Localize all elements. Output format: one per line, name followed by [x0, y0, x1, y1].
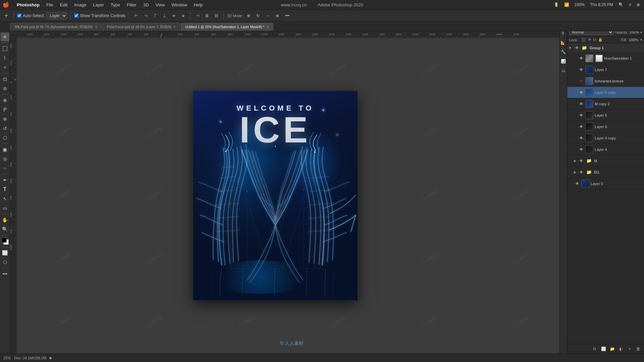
adjustment-layer-btn[interactable]: ◐ — [617, 345, 625, 353]
layer-4[interactable]: 👁 Layer 4 — [567, 144, 644, 155]
menu-window[interactable]: Window — [168, 2, 191, 8]
menu-layer[interactable]: Layer — [90, 2, 107, 8]
menu-help[interactable]: Help — [191, 2, 206, 8]
tool-eraser[interactable]: ⬡ — [1, 133, 9, 142]
align-center-h-btn[interactable]: ⊣ — [142, 13, 149, 19]
transform-controls-checkbox[interactable] — [74, 13, 78, 18]
layer-5-eye[interactable]: 👁 — [579, 113, 584, 118]
panel-icon-7[interactable]: 🗂 — [560, 67, 567, 74]
tool-screen-mode[interactable]: ⬡ — [1, 258, 9, 266]
search-icon[interactable]: 🔍 — [619, 2, 624, 7]
tab-1-close[interactable]: ✕ — [173, 25, 176, 29]
distribute-center-btn[interactable]: ⊞ — [203, 13, 211, 19]
move-tool-btn[interactable]: ✛ — [3, 13, 10, 19]
control-center-icon[interactable]: ≡ — [629, 2, 631, 7]
align-left-btn[interactable]: ⊢ — [132, 13, 140, 19]
add-fx-btn[interactable]: fx — [591, 345, 598, 353]
foreground-color[interactable] — [1, 237, 9, 245]
group-1-eye[interactable]: 👁 — [575, 46, 579, 50]
tool-eyedropper[interactable]: ⊘ — [1, 84, 9, 93]
status-arrow[interactable]: ▶ — [50, 356, 52, 360]
layer-5c-eye[interactable]: 👁 — [579, 90, 584, 95]
layer-hs-eye[interactable]: 👁 — [579, 56, 584, 61]
lock-position-btn[interactable]: ✛ — [588, 38, 591, 42]
layer-m-copy-2[interactable]: 👁 M copy 2 — [567, 98, 644, 110]
layer-6[interactable]: 👁 Layer 6 — [567, 121, 644, 132]
layer-mc2-eye[interactable]: 👁 — [579, 101, 584, 107]
align-top-btn[interactable]: ⊥ — [161, 13, 168, 19]
menu-file[interactable]: File — [43, 2, 57, 8]
lock-artboard-btn[interactable]: ⊡ — [593, 38, 596, 42]
lock-all-btn[interactable]: 🔒 — [598, 38, 603, 42]
layer-hue-saturation[interactable]: 👁 Hue/Saturation 1 — [567, 53, 644, 64]
tool-clone[interactable]: ⊛ — [1, 115, 9, 123]
3d-pan-btn[interactable]: ↔ — [264, 13, 272, 19]
tab-0-close[interactable]: ✕ — [95, 25, 98, 29]
auto-select-checkbox[interactable] — [17, 13, 21, 18]
3d-zoom-btn[interactable]: ⊕ — [274, 13, 281, 19]
layer-bh-eye[interactable]: 👁 — [579, 78, 584, 84]
tool-gradient[interactable]: ▣ — [1, 145, 9, 154]
menu-3d[interactable]: 3D — [140, 2, 152, 8]
layer-0-eye[interactable]: 👁 — [575, 181, 580, 186]
panel-icon-6[interactable]: 📊 — [560, 58, 567, 65]
menu-type[interactable]: Type — [107, 2, 123, 8]
3d-orbit-btn[interactable]: ⊗ — [245, 13, 252, 19]
distribute-left-btn[interactable]: ⊣ — [194, 13, 201, 19]
layer-0[interactable]: 👁 Layer 0 — [567, 178, 644, 189]
menu-edit[interactable]: Edit — [57, 2, 71, 8]
layer-4-eye[interactable]: 👁 — [579, 147, 584, 152]
tool-move[interactable]: ✛ — [1, 33, 9, 41]
tab-0[interactable]: 30k-Pack.psd @ 66.7% (byhearted-texture,… — [10, 23, 102, 31]
add-mask-btn[interactable]: ⬜ — [600, 345, 607, 353]
tab-1[interactable]: Field-Force.psd @ 28.5% (Layer 7, RGB/8)… — [103, 23, 180, 31]
tool-magic-wand[interactable]: ✧ — [1, 63, 9, 72]
notification-icon[interactable]: ≣ — [637, 2, 640, 7]
layer-4c-eye[interactable]: 👁 — [579, 135, 584, 141]
tool-dodge[interactable]: ○ — [1, 164, 9, 173]
fill-chevron[interactable]: ▾ — [640, 38, 642, 42]
tool-zoom[interactable]: 🔍 — [1, 225, 9, 234]
tool-hand[interactable]: ✋ — [1, 216, 9, 224]
apple-menu[interactable]: 🍎 — [3, 2, 9, 8]
group-1-header[interactable]: ▼ 👁 📁 Group 1 — [567, 43, 644, 53]
panel-icon-5[interactable]: 🔧 — [560, 49, 567, 55]
new-group-btn[interactable]: 📁 — [608, 345, 616, 353]
layer-bg-eye[interactable]: 👁 — [579, 170, 584, 175]
tool-extras[interactable]: ••• — [1, 269, 9, 278]
align-right-btn[interactable]: ⊤ — [151, 13, 159, 19]
layer-5-copy[interactable]: 👁 Layer 5 copy — [567, 87, 644, 98]
delete-layer-btn[interactable]: 🗑 — [635, 345, 642, 353]
layer-byhearted[interactable]: 👁 byhearted-texture — [567, 75, 644, 87]
tool-quick-mask[interactable]: ⬜ — [1, 248, 9, 257]
tool-path-selection[interactable]: ↖ — [1, 194, 9, 203]
layer-bg-group[interactable]: ▶ 👁 📁 BG — [567, 167, 644, 178]
tool-type[interactable]: T — [1, 185, 9, 194]
layer-5[interactable]: 👁 Layer 5 — [567, 110, 644, 121]
tool-marquee[interactable] — [1, 44, 9, 53]
3d-more-btn[interactable]: ••• — [283, 13, 291, 19]
menu-photoshop[interactable]: Photoshop — [13, 2, 43, 8]
distribute-right-btn[interactable]: ⊟ — [213, 13, 220, 19]
layer-7-eye[interactable]: 👁 — [579, 67, 584, 72]
tool-shape[interactable]: ▭ — [1, 204, 9, 213]
canvas-area[interactable]: 人人素材区 人人素材区 人人素材区 人人素材区 人人素材区 人人素材区 人人素材… — [17, 38, 567, 353]
layer-m-eye[interactable]: 👁 — [579, 158, 584, 164]
lock-pixels-btn[interactable]: ⬛ — [581, 38, 586, 42]
new-layer-btn[interactable]: + — [626, 345, 633, 353]
tool-lasso[interactable]: ⌇ — [1, 54, 9, 62]
menu-image[interactable]: Image — [71, 2, 90, 8]
layer-7[interactable]: 👁 Layer 7 — [567, 64, 644, 75]
collapse-panel-btn[interactable]: ‹ — [564, 31, 567, 48]
3d-rotate-btn[interactable]: ↻ — [254, 13, 262, 19]
menu-filter[interactable]: Filter — [123, 2, 140, 8]
tab-2-close[interactable]: ✕ — [266, 25, 269, 29]
tab-2[interactable]: Untitled-1 @ 25% (Hue/Saturation 1, Laye… — [181, 23, 273, 31]
tool-history-brush[interactable]: ↺ — [1, 124, 9, 133]
menu-view[interactable]: View — [152, 2, 168, 8]
tool-healing[interactable]: ⊕ — [1, 96, 9, 105]
auto-select-select[interactable]: Layer — [47, 12, 67, 19]
layer-6-eye[interactable]: 👁 — [579, 124, 584, 129]
tool-pen[interactable]: ✒ — [1, 176, 9, 184]
tool-crop[interactable]: ⊡ — [1, 75, 9, 83]
